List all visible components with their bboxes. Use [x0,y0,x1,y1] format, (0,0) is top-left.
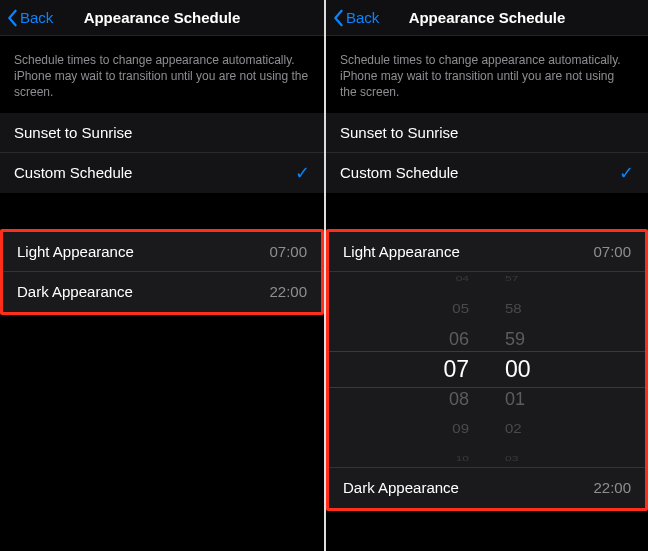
checkmark-icon: ✓ [295,162,310,184]
chevron-left-icon [332,9,344,27]
dark-appearance-row[interactable]: Dark Appearance 22:00 [329,468,645,508]
section-gap [0,193,324,229]
option-custom-schedule[interactable]: Custom Schedule ✓ [0,153,324,193]
screenshot-right: Back Appearance Schedule Schedule times … [324,0,648,551]
back-button[interactable]: Back [332,9,379,27]
row-label: Dark Appearance [343,479,459,496]
row-label: Dark Appearance [17,283,133,300]
option-label: Sunset to Sunrise [340,124,458,141]
picker-selected: 07 [443,354,469,384]
picker-value: 58 [505,296,522,322]
option-sunset-sunrise[interactable]: Sunset to Sunrise [326,113,648,153]
appearance-times: Light Appearance 07:00 Dark Appearance 2… [3,232,321,312]
section-gap [326,193,648,229]
description-text: Schedule times to change appearance auto… [326,36,648,113]
picker-value: 03 [505,450,518,468]
picker-value: 10 [456,450,469,468]
option-label: Custom Schedule [14,164,132,181]
light-appearance-row[interactable]: Light Appearance 07:00 [3,232,321,272]
description-text: Schedule times to change appearance auto… [0,36,324,113]
option-custom-schedule[interactable]: Custom Schedule ✓ [326,153,648,193]
back-label: Back [346,9,379,26]
option-label: Custom Schedule [340,164,458,181]
picker-value: 08 [449,384,469,414]
row-label: Light Appearance [343,243,460,260]
row-value: 07:00 [269,243,307,260]
row-value: 22:00 [593,479,631,496]
dark-appearance-row[interactable]: Dark Appearance 22:00 [3,272,321,312]
picker-selected: 00 [505,354,531,384]
picker-value: 05 [452,296,469,322]
schedule-options: Sunset to Sunrise Custom Schedule ✓ [326,113,648,193]
picker-value: 59 [505,324,525,354]
picker-value: 09 [452,416,469,442]
nav-bar: Back Appearance Schedule [0,0,324,36]
picker-value: 02 [505,416,522,442]
screenshot-left: Back Appearance Schedule Schedule times … [0,0,324,551]
picker-value: 57 [505,270,518,288]
chevron-left-icon [6,9,18,27]
highlight-box: Light Appearance 07:00 04 05 06 07 08 09… [326,229,648,511]
picker-value: 04 [456,270,469,288]
appearance-times-expanded: Light Appearance 07:00 04 05 06 07 08 09… [329,232,645,508]
back-button[interactable]: Back [6,9,53,27]
row-value: 22:00 [269,283,307,300]
hour-wheel[interactable]: 04 05 06 07 08 09 10 [415,264,475,474]
checkmark-icon: ✓ [619,162,634,184]
option-sunset-sunrise[interactable]: Sunset to Sunrise [0,113,324,153]
row-value: 07:00 [593,243,631,260]
picker-value: 01 [505,384,525,414]
picker-value: 06 [449,324,469,354]
back-label: Back [20,9,53,26]
time-picker[interactable]: 04 05 06 07 08 09 10 57 58 59 00 01 02 0… [329,272,645,468]
schedule-options: Sunset to Sunrise Custom Schedule ✓ [0,113,324,193]
nav-bar: Back Appearance Schedule [326,0,648,36]
option-label: Sunset to Sunrise [14,124,132,141]
light-appearance-row[interactable]: Light Appearance 07:00 [329,232,645,272]
minute-wheel[interactable]: 57 58 59 00 01 02 03 [499,264,559,474]
row-label: Light Appearance [17,243,134,260]
highlight-box: Light Appearance 07:00 Dark Appearance 2… [0,229,324,315]
